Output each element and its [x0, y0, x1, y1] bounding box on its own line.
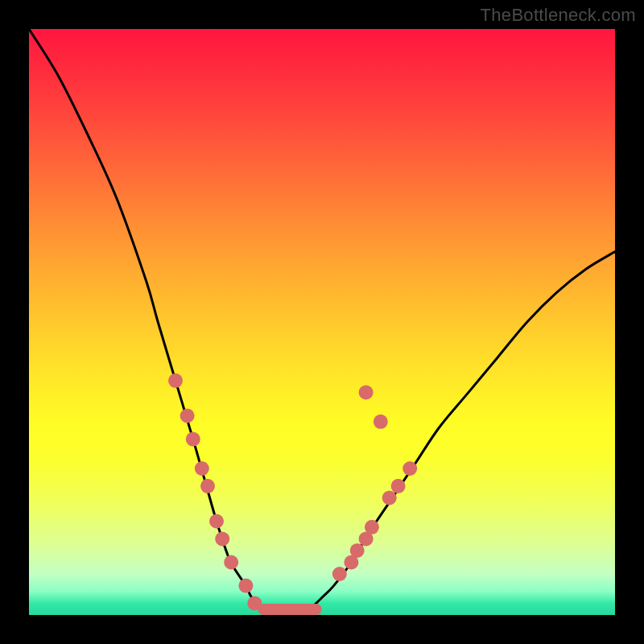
- marker-dot: [195, 461, 209, 476]
- marker-dot: [186, 432, 200, 447]
- marker-dot: [359, 385, 374, 399]
- watermark-text: TheBottleneck.com: [481, 5, 636, 26]
- marker-dot: [402, 461, 417, 476]
- marker-dot: [365, 520, 379, 535]
- marker-dot: [224, 555, 238, 570]
- marker-dot: [209, 514, 224, 529]
- marker-dot: [374, 415, 388, 429]
- marker-dot: [382, 490, 397, 505]
- marker-dot: [391, 479, 406, 493]
- marker-dot: [238, 579, 253, 593]
- chart-stage: TheBottleneck.com: [0, 0, 644, 644]
- bottleneck-curve: [29, 29, 615, 616]
- chart-svg: [29, 29, 615, 615]
- marker-dot: [332, 567, 347, 581]
- plot-area: [29, 29, 615, 615]
- marker-group: [168, 374, 417, 611]
- marker-dot: [200, 479, 215, 493]
- marker-dot: [350, 543, 365, 558]
- marker-dot: [215, 531, 229, 546]
- marker-dot: [180, 409, 195, 423]
- marker-dot: [168, 374, 183, 388]
